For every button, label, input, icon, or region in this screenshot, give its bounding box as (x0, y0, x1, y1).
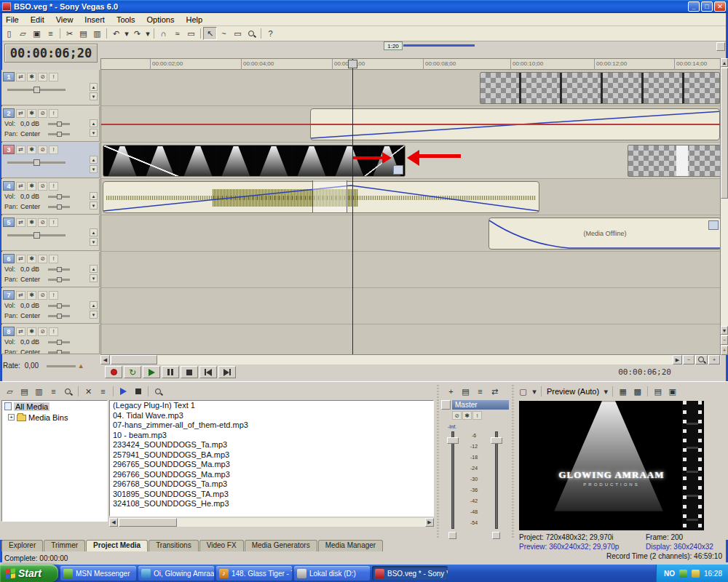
track-up-icon[interactable]: ▲ (90, 119, 98, 127)
rate-control[interactable]: Rate: 0,00 ▲ (3, 362, 98, 379)
menu-insert[interactable]: Insert (79, 14, 111, 25)
slider-knob[interactable] (57, 267, 62, 272)
slider-knob[interactable] (33, 159, 40, 166)
fader-lock-right-icon[interactable] (492, 532, 500, 539)
rate-pointer-icon[interactable]: ▲ (78, 362, 84, 370)
timeline-corner-button[interactable] (716, 42, 725, 51)
media-file-row[interactable]: 301895_SOUNDDOGS_TA.mp3 (110, 490, 433, 500)
track-mute-icon[interactable]: ⊘ (38, 291, 47, 300)
vol-value[interactable]: 0,0 dB (20, 193, 47, 200)
slider-knob[interactable] (57, 314, 62, 319)
new-project-button[interactable]: ▯ (2, 27, 16, 40)
loop-playback-button[interactable]: ↻ (124, 366, 141, 378)
playhead-handle[interactable] (348, 60, 357, 68)
downmix-button[interactable]: ⇄ (488, 385, 502, 398)
master-fx-gear-icon[interactable]: ✱ (462, 411, 472, 420)
menu-view[interactable]: View (50, 14, 79, 25)
track-down-icon[interactable]: ▼ (90, 274, 98, 282)
track-up-icon[interactable]: ▲ (90, 301, 98, 309)
media-file-row[interactable]: 296768_SOUNDDOGS_Ta.mp3 (110, 479, 433, 490)
track-solo-icon[interactable]: ! (49, 291, 58, 300)
vol-value[interactable]: 0,0 dB (20, 120, 47, 127)
event-fx-icon[interactable] (393, 165, 403, 175)
taskbar-button-disk[interactable]: Lokal disk (D:) (294, 566, 370, 581)
track-fx-gear-icon[interactable]: ✱ (27, 291, 36, 300)
media-bins-tree[interactable]: All Media + Media Bins (1, 400, 108, 522)
views-button[interactable]: ▤ (17, 385, 31, 398)
selection-edit-tool-button[interactable]: ▭ (231, 27, 245, 40)
track-bus-icon[interactable]: ⇄ (16, 73, 25, 81)
media-file-row[interactable]: 04. Tidal Wave.mp3 (110, 411, 433, 421)
pan-value[interactable]: Center (20, 276, 47, 283)
zoom-edit-tool-button[interactable] (245, 27, 258, 40)
redo-dropdown-icon[interactable]: ▾ (144, 27, 151, 40)
vol-value[interactable]: 0,0 dB (20, 338, 47, 346)
video-event-track5[interactable]: (Media Offline) (488, 218, 721, 250)
title-bar[interactable]: BSO.veg * - Sony Vegas 6.0 _ □ ✕ (0, 0, 728, 13)
safe-area-icon[interactable]: ▩ (630, 385, 644, 398)
maximize-button[interactable]: □ (701, 1, 713, 12)
scroll-right-button[interactable]: ▶ (425, 518, 434, 527)
track-down-icon[interactable]: ▼ (90, 202, 98, 210)
track-bus-icon[interactable]: ⇄ (16, 255, 25, 263)
track-solo-icon[interactable]: ! (49, 73, 58, 81)
panel-splitter[interactable] (512, 385, 514, 538)
track-number-badge[interactable]: 8 (3, 327, 15, 336)
track-down-icon[interactable]: ▼ (90, 92, 98, 100)
slider-knob[interactable] (33, 232, 40, 239)
track-number-badge[interactable]: 5 (3, 218, 15, 227)
master-fader-left-track[interactable] (451, 431, 454, 529)
taskbar-button-msn[interactable]: MSN Messenger (60, 566, 136, 581)
track-fx-gear-icon[interactable]: ✱ (27, 218, 36, 227)
properties-button[interactable]: ≡ (44, 27, 58, 40)
file-list-hscrollbar[interactable]: ◀ ▶ (109, 518, 434, 527)
fade-envelope[interactable] (489, 218, 721, 250)
slider-knob[interactable] (57, 303, 62, 308)
media-file-row[interactable]: 10 - beam.mp3 (110, 431, 433, 441)
track-header-6[interactable]: 6 ⇄ ✱ ⊘ ! Vol:0,0 dB Pan:Center ▲ ▼ (1, 252, 100, 287)
vscroll-thumb[interactable] (721, 68, 728, 199)
go-to-end-button[interactable] (218, 366, 236, 378)
timeline-vscrollbar[interactable]: ▲ ▼ − + (721, 58, 728, 355)
track-number-badge[interactable]: 3 (3, 145, 15, 154)
redo-button[interactable]: ↷ (130, 27, 144, 40)
preview-quality-dropdown-icon[interactable]: ▾ (602, 385, 609, 398)
pan-value[interactable]: Center (20, 130, 47, 137)
taskbar-button-music[interactable]: ♪ 148. Glass Tiger - Thi... (216, 566, 292, 581)
panel-splitter[interactable] (437, 385, 439, 538)
tab-project-media[interactable]: Project Media (86, 540, 148, 551)
track-solo-icon[interactable]: ! (49, 146, 58, 154)
search-media-button[interactable] (151, 385, 165, 398)
track-bus-icon[interactable]: ⇄ (16, 146, 25, 154)
master-bus-button[interactable] (441, 400, 451, 410)
media-file-row[interactable]: 257941_SOUNDDOGS_BA.mp3 (110, 450, 433, 461)
undo-dropdown-icon[interactable]: ▾ (123, 27, 130, 40)
pan-value[interactable]: Center (20, 203, 47, 210)
paste-button[interactable]: ▥ (90, 27, 104, 40)
media-file-list[interactable]: (Legacy Plug-In) Text 1 04. Tidal Wave.m… (109, 400, 434, 517)
track-header-3[interactable]: 3 ⇄ ✱ ⊘ ! ▲ ▼ (1, 143, 100, 178)
track-header-1[interactable]: 1 ⇄ ✱ ⊘ ! ▲ ▼ (1, 70, 100, 105)
time-ruler[interactable]: 00:00:02;00 00:00:04;00 00:00:06;00 00:0… (101, 59, 721, 70)
track-solo-icon[interactable]: ! (49, 182, 58, 191)
media-file-row[interactable]: 324108_SOUNDDOGS_He.mp3 (110, 499, 433, 509)
track-level-slider[interactable] (7, 162, 66, 164)
tree-item-label[interactable]: All Media (14, 402, 50, 411)
pause-button[interactable] (162, 366, 179, 378)
track-fx-gear-icon[interactable]: ✱ (27, 327, 36, 336)
track-mute-icon[interactable]: ⊘ (38, 109, 47, 118)
open-button[interactable]: ▱ (16, 27, 30, 40)
enable-snapping-button[interactable]: ∩ (157, 27, 170, 40)
media-file-row[interactable]: 296765_SOUNDDOGS_Ma.mp3 (110, 460, 433, 470)
whats-this-help-button[interactable]: ? (264, 27, 277, 40)
external-monitor-icon[interactable]: ▢ (516, 385, 530, 398)
slider-knob[interactable] (33, 87, 40, 93)
list-view-button[interactable]: ≡ (47, 385, 60, 398)
track-row-6[interactable] (101, 252, 721, 288)
vol-value[interactable]: 0,0 dB (20, 266, 47, 273)
menu-tools[interactable]: Tools (111, 14, 141, 25)
vol-slider[interactable] (48, 196, 70, 198)
fader-lock-left-icon[interactable] (448, 532, 456, 539)
master-solo-icon[interactable]: ! (472, 411, 482, 420)
tab-explorer[interactable]: Explorer (1, 540, 43, 551)
